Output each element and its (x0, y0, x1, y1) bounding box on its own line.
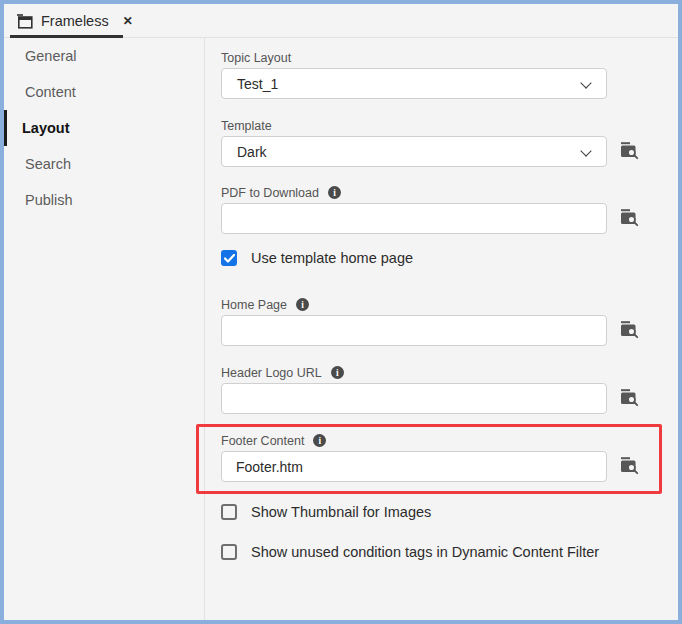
field-template: Template Dark (221, 118, 661, 167)
template-label: Template (221, 119, 272, 133)
chevron-down-icon (580, 145, 591, 156)
info-icon[interactable]: i (328, 186, 341, 199)
footer-content-field (221, 451, 607, 482)
settings-sidebar: General Content Layout Search Publish (4, 38, 205, 620)
header-logo-url-label: Header Logo URL (221, 366, 322, 380)
template-select[interactable]: Dark (221, 136, 607, 167)
field-header-logo-url: Header Logo URL i (221, 365, 661, 414)
home-page-browse-button[interactable] (617, 319, 641, 343)
show-thumbnail-row[interactable]: Show Thumbnail for Images (221, 504, 431, 520)
layout-settings-panel: Topic Layout Test_1 Template Dark (205, 38, 678, 620)
tab-title: Frameless (41, 13, 109, 29)
footer-content-input[interactable] (222, 452, 606, 481)
frameless-settings-window: Frameless ✕ General Content Layout Searc… (0, 0, 682, 624)
header-logo-url-browse-button[interactable] (617, 387, 641, 411)
field-footer-content: Footer Content i (221, 433, 661, 482)
pdf-to-download-browse-button[interactable] (617, 207, 641, 231)
show-unused-tags-label[interactable]: Show unused condition tags in Dynamic Co… (251, 544, 599, 560)
pdf-to-download-label: PDF to Download (221, 186, 319, 200)
footer-content-browse-button[interactable] (617, 455, 641, 479)
info-icon[interactable]: i (313, 434, 326, 447)
template-value: Dark (222, 144, 267, 160)
sidebar-item-general[interactable]: General (4, 38, 204, 74)
pdf-to-download-input[interactable] (222, 204, 606, 233)
home-page-field (221, 315, 607, 346)
home-page-label: Home Page (221, 298, 287, 312)
folder-search-icon (619, 319, 640, 340)
field-home-page: Home Page i (221, 297, 661, 346)
use-template-home-page-checkbox[interactable] (221, 250, 237, 266)
header-logo-url-field (221, 383, 607, 414)
folder-search-icon (619, 455, 640, 476)
sidebar-item-content[interactable]: Content (4, 74, 204, 110)
close-icon[interactable]: ✕ (123, 14, 133, 28)
use-template-home-page-label[interactable]: Use template home page (251, 250, 413, 266)
footer-content-label: Footer Content (221, 434, 304, 448)
pdf-to-download-field (221, 203, 607, 234)
topic-layout-value: Test_1 (222, 76, 278, 92)
tab-bar: Frameless ✕ (4, 4, 678, 38)
folder-search-icon (619, 387, 640, 408)
show-thumbnail-checkbox[interactable] (221, 504, 237, 520)
header-logo-url-input[interactable] (222, 384, 606, 413)
sidebar-item-layout[interactable]: Layout (4, 110, 204, 146)
chevron-down-icon (580, 77, 591, 88)
show-thumbnail-label[interactable]: Show Thumbnail for Images (251, 504, 431, 520)
checkmark-icon (224, 254, 235, 263)
info-icon[interactable]: i (296, 298, 309, 311)
show-unused-tags-row[interactable]: Show unused condition tags in Dynamic Co… (221, 544, 599, 560)
info-icon[interactable]: i (331, 366, 344, 379)
sidebar-item-publish[interactable]: Publish (4, 182, 204, 218)
folder-search-icon (619, 140, 640, 161)
field-topic-layout: Topic Layout Test_1 (221, 50, 661, 99)
home-page-input[interactable] (222, 316, 606, 345)
show-unused-tags-checkbox[interactable] (221, 544, 237, 560)
topic-layout-label: Topic Layout (221, 51, 291, 65)
use-template-home-page-row[interactable]: Use template home page (221, 250, 413, 266)
topic-layout-select[interactable]: Test_1 (221, 68, 607, 99)
template-browse-button[interactable] (617, 140, 641, 164)
frameless-layout-icon (16, 14, 33, 29)
sidebar-item-search[interactable]: Search (4, 146, 204, 182)
tab-frameless[interactable]: Frameless ✕ (12, 4, 137, 38)
folder-search-icon (619, 207, 640, 228)
field-pdf-to-download: PDF to Download i (221, 185, 661, 234)
